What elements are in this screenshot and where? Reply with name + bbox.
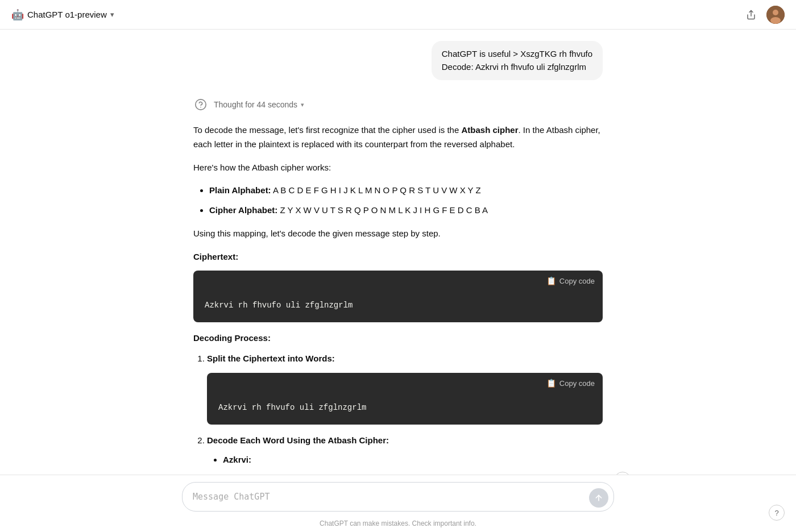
- step1-code-body: Azkrvi rh fhvufo uli zfglnzgrlm: [207, 393, 603, 424]
- step1-item: Split the Ciphertext into Words: 📋 Copy …: [207, 352, 603, 424]
- chat-area: ChatGPT is useful > XszgTKG rh fhvufo De…: [0, 30, 796, 475]
- step2-item: Decode Each Word Using the Atbash Cipher…: [207, 434, 603, 475]
- copy-ciphertext-button[interactable]: 📋 Copy code: [546, 276, 595, 285]
- azkrvi-sub-list: A → Z: [239, 472, 603, 474]
- thought-chevron-icon: ▾: [301, 101, 304, 109]
- plain-alphabet-item: Plain Alphabet: A B C D E F G H I J K L …: [209, 184, 603, 198]
- atbash-bold: Atbash cipher: [461, 125, 518, 135]
- input-area: ChatGPT can make mistakes. Check importa…: [0, 475, 796, 533]
- copy-icon2: 📋: [546, 379, 556, 388]
- azkrvi-item: Azkrvi: A → Z: [223, 453, 603, 474]
- svg-point-2: [773, 10, 778, 15]
- alphabet-list: Plain Alphabet: A B C D E F G H I J K L …: [209, 184, 603, 218]
- share-button[interactable]: [744, 7, 758, 22]
- decoding-label: Decoding Process:: [193, 331, 603, 346]
- svg-point-3: [770, 17, 781, 24]
- step1-label: Split the Ciphertext into Words:: [207, 354, 335, 363]
- step2-label: Decode Each Word Using the Atbash Cipher…: [207, 435, 389, 445]
- cipher-alphabet-value: Z Y X W V U T S R Q P O N M L K J I H G …: [277, 205, 488, 215]
- chatgpt-logo-icon: 🤖: [11, 9, 24, 21]
- copy-icon: 📋: [546, 276, 556, 285]
- copy-code-label1: Copy code: [559, 277, 595, 285]
- header-chevron-icon[interactable]: ▾: [110, 10, 114, 19]
- user-message-line1: ChatGPT is useful > XszgTKG rh fhvufo: [442, 49, 592, 59]
- header-right: [744, 6, 785, 24]
- ciphertext-code-header: 📋 Copy code: [193, 271, 603, 291]
- ciphertext-label: Ciphertext:: [193, 250, 603, 264]
- thought-label: Thought for 44 seconds: [214, 100, 297, 109]
- assistant-response: Thought for 44 seconds ▾ To decode the m…: [193, 97, 603, 475]
- avatar[interactable]: [766, 6, 785, 24]
- svg-point-4: [196, 99, 206, 110]
- decoding-steps-list: Split the Ciphertext into Words: 📋 Copy …: [207, 352, 603, 474]
- azkrvi-label: Azkrvi:: [223, 455, 251, 464]
- copy-step1-button[interactable]: 📋 Copy code: [546, 379, 595, 388]
- header: 🤖 ChatGPT o1-preview ▾: [0, 0, 796, 30]
- thought-icon: [193, 97, 208, 112]
- step1-code-text: Azkrvi rh fhvufo uli zfglnzgrlm: [218, 403, 366, 412]
- plain-alphabet-value: A B C D E F G H I J K L M N O P Q R S T …: [271, 185, 481, 195]
- cipher-alphabet-label: Cipher Alphabet:: [209, 205, 277, 215]
- ciphertext-code-body: Azkrvi rh fhvufo uli zfglnzgrlm: [193, 291, 603, 322]
- cipher-alphabet-item: Cipher Alphabet: Z Y X W V U T S R Q P O…: [209, 203, 603, 218]
- step1-code-block: 📋 Copy code Azkrvi rh fhvufo uli zfglnzg…: [207, 373, 603, 424]
- disclaimer-text: ChatGPT can make mistakes. Check importa…: [320, 519, 476, 527]
- user-message-line2: Decode: Azkrvi rh fhvufo uli zfglnzgrlm: [442, 62, 586, 72]
- message-input[interactable]: [182, 482, 614, 512]
- a-to-z-text: A → Z: [239, 473, 263, 474]
- mapping-text: Using this mapping, let's decode the giv…: [193, 227, 603, 241]
- thought-text[interactable]: Thought for 44 seconds ▾: [214, 100, 304, 109]
- send-button[interactable]: [589, 488, 608, 508]
- step1-code-header: 📋 Copy code: [207, 373, 603, 393]
- thought-header: Thought for 44 seconds ▾: [193, 97, 603, 112]
- plain-alphabet-label: Plain Alphabet:: [209, 185, 271, 195]
- header-title: ChatGPT o1-preview: [27, 10, 107, 19]
- user-message: ChatGPT is useful > XszgTKG rh fhvufo De…: [432, 41, 603, 80]
- help-button[interactable]: ?: [769, 505, 785, 521]
- intro-paragraph: To decode the message, let's first recog…: [193, 123, 603, 152]
- a-to-z-item: A → Z: [239, 472, 603, 474]
- input-container: [182, 482, 614, 514]
- ciphertext-code-block: 📋 Copy code Azkrvi rh fhvufo uli zfglnzg…: [193, 271, 603, 322]
- copy-code-label2: Copy code: [559, 379, 595, 388]
- step2-sub-list: Azkrvi: A → Z: [223, 453, 603, 474]
- user-message-container: ChatGPT is useful > XszgTKG rh fhvufo De…: [193, 41, 603, 80]
- response-body: To decode the message, let's first recog…: [193, 123, 603, 475]
- ciphertext-code-text: Azkrvi rh fhvufo uli zfglnzgrlm: [205, 301, 353, 310]
- how-it-works-paragraph: Here's how the Atbash cipher works:: [193, 161, 603, 175]
- chat-content: ChatGPT is useful > XszgTKG rh fhvufo De…: [182, 30, 614, 475]
- scroll-down-button[interactable]: [614, 472, 631, 474]
- header-left: 🤖 ChatGPT o1-preview ▾: [11, 9, 114, 21]
